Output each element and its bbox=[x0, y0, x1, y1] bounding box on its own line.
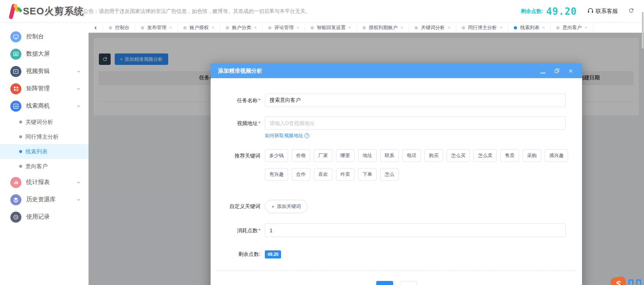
tab-console[interactable]: 控制台 bbox=[103, 23, 135, 32]
tab-dot-icon bbox=[141, 26, 144, 29]
keyword-button[interactable]: 联系 bbox=[380, 149, 399, 162]
dialog-title: 添加精准视频分析 bbox=[218, 67, 262, 74]
keyword-button[interactable]: 下单 bbox=[358, 168, 377, 181]
tab-account-authorization[interactable]: 账户授权 × bbox=[178, 23, 220, 32]
question-mark-icon: ? bbox=[304, 133, 309, 138]
consume-points-input[interactable] bbox=[265, 223, 566, 237]
chevron-down-icon bbox=[76, 180, 81, 185]
keyword-button[interactable]: 多少钱 bbox=[265, 149, 288, 162]
sidebar-item-label: 数据大屏 bbox=[26, 50, 81, 58]
video-url-input[interactable] bbox=[265, 117, 566, 130]
tab-keyword-analysis[interactable]: 关键词分析 × bbox=[409, 23, 456, 32]
leads-icon bbox=[10, 101, 21, 112]
sidebar-subitem-label: 关键词分析 bbox=[25, 119, 53, 126]
keyword-button[interactable]: 哪里 bbox=[336, 149, 354, 162]
history-library-icon bbox=[10, 194, 21, 205]
tab-intent-customers[interactable]: 意向客户 × bbox=[551, 23, 593, 32]
keyword-button[interactable]: 怎么 bbox=[380, 168, 399, 181]
keyword-button[interactable]: 价格 bbox=[292, 149, 310, 162]
sidebar-item-data-screen[interactable]: 数据大屏 bbox=[0, 45, 89, 63]
remaining-points-badge: 49.20 bbox=[265, 250, 281, 258]
keyword-button[interactable]: 有兴趣 bbox=[265, 168, 288, 181]
sidebar-subitem-keyword-analysis[interactable]: 关键词分析 bbox=[0, 115, 89, 129]
tab-smart-reply-settings[interactable]: 智能回复设置 × bbox=[305, 23, 357, 32]
tab-close-icon[interactable]: × bbox=[254, 25, 257, 30]
maximize-button[interactable] bbox=[554, 68, 560, 73]
dialog-footer-divider bbox=[217, 271, 576, 271]
tab-close-icon[interactable]: × bbox=[448, 25, 450, 30]
tab-close-icon[interactable]: × bbox=[169, 25, 172, 30]
open-tabs-bar: 控制台 发布管理 × 账户授权 × 账户分类 × 评论管理 × 智能回复设置 × bbox=[89, 23, 644, 33]
cancel-button[interactable] bbox=[400, 281, 417, 285]
refresh-icon bbox=[628, 7, 634, 15]
dialog-footer bbox=[211, 281, 582, 285]
tab-dot-icon bbox=[514, 26, 517, 29]
video-edit-icon bbox=[10, 66, 21, 77]
vertical-scrollbar[interactable] bbox=[642, 12, 644, 49]
tab-label: 同行博主分析 bbox=[468, 24, 497, 31]
app-title: SEO火剪系统 bbox=[23, 5, 84, 18]
keyword-button[interactable]: 厂家 bbox=[314, 149, 332, 162]
dialog-header[interactable]: 添加精准视频分析 bbox=[211, 63, 582, 78]
chevron-down-icon bbox=[76, 69, 81, 74]
keyword-button[interactable]: 合作 bbox=[292, 168, 310, 181]
customer-service-widget[interactable] bbox=[612, 277, 641, 285]
add-keyword-button[interactable]: + 添加关键词 bbox=[265, 200, 308, 213]
close-dialog-button[interactable] bbox=[568, 68, 573, 73]
tab-expired-accounts[interactable]: 授权到期账户 × bbox=[357, 23, 409, 32]
tab-dot-icon bbox=[226, 26, 229, 29]
keyword-button[interactable]: 怎么买 bbox=[447, 149, 470, 162]
how-to-get-video-url-link[interactable]: 如何获取视频地址 ? bbox=[265, 132, 309, 139]
minimize-button[interactable] bbox=[540, 68, 546, 73]
page-refresh-button[interactable] bbox=[628, 7, 634, 15]
tab-close-icon[interactable]: × bbox=[297, 25, 299, 30]
keyword-button[interactable]: 怎么卖 bbox=[474, 149, 497, 162]
tab-label: 智能回复设置 bbox=[317, 24, 346, 31]
confirm-button[interactable] bbox=[376, 281, 393, 285]
sidebar-item-matrix[interactable]: 矩阵管理 bbox=[0, 80, 89, 97]
keyword-button[interactable]: 地址 bbox=[358, 149, 377, 162]
keyword-button[interactable]: 咋卖 bbox=[336, 168, 354, 181]
keyword-button[interactable]: 售卖 bbox=[501, 149, 519, 162]
sidebar-subitem-peer-blogger-analysis[interactable]: 同行博主分析 bbox=[0, 129, 89, 144]
sidebar-subitem-leads-list[interactable]: 线索列表 bbox=[0, 144, 89, 159]
sidebar-item-label: 使用记录 bbox=[26, 213, 81, 221]
tab-comment-management[interactable]: 评论管理 × bbox=[263, 23, 305, 32]
tab-close-icon[interactable]: × bbox=[212, 25, 214, 30]
sidebar-subitem-intent-customers[interactable]: 意向客户 bbox=[0, 159, 89, 174]
chevron-down-icon bbox=[76, 197, 81, 202]
keyword-button[interactable]: 电话 bbox=[402, 149, 421, 162]
tab-close-icon[interactable]: × bbox=[500, 25, 502, 30]
plus-icon: + bbox=[271, 204, 274, 209]
keyword-button[interactable]: 购买 bbox=[425, 149, 443, 162]
task-name-input[interactable] bbox=[265, 94, 566, 107]
contact-support-button[interactable]: 联系客服 bbox=[587, 7, 618, 15]
sidebar-item-history-library[interactable]: 历史资源库 bbox=[0, 191, 89, 208]
tab-publish-management[interactable]: 发布管理 × bbox=[135, 23, 178, 32]
tab-close-icon[interactable]: × bbox=[542, 25, 545, 30]
service-logo-icon bbox=[610, 276, 627, 285]
tab-dot-icon bbox=[556, 26, 560, 29]
recommend-keywords-row: 推荐关键词 多少钱 价格 厂家 哪里 地址 联系 电话 购买 怎么买 怎 bbox=[211, 149, 566, 181]
sidebar-item-usage-records[interactable]: 使用记录 bbox=[0, 208, 89, 226]
tab-dot-icon bbox=[183, 26, 187, 29]
tabs-scroll-left-button[interactable] bbox=[89, 23, 103, 32]
header-actions: 剩余点数: 49.20 联系客服 bbox=[521, 7, 644, 16]
tab-peer-blogger-analysis[interactable]: 同行博主分析 × bbox=[456, 23, 508, 32]
sidebar-item-reports[interactable]: 统计报表 bbox=[0, 174, 89, 191]
main-content: + 添加精准视频分析 任务名称 创建日期 添加精准视频分析 bbox=[89, 33, 644, 285]
sidebar-item-video-edit[interactable]: 视频剪辑 bbox=[0, 63, 89, 80]
tab-close-icon[interactable]: × bbox=[401, 25, 403, 30]
chevron-up-icon bbox=[76, 104, 81, 109]
keyword-button[interactable]: 采购 bbox=[523, 149, 541, 162]
tab-close-icon[interactable]: × bbox=[349, 25, 351, 30]
tab-close-icon[interactable]: × bbox=[585, 25, 587, 30]
keyword-button[interactable]: 感兴趣 bbox=[545, 149, 568, 162]
tab-leads-list[interactable]: 线索列表 × bbox=[508, 23, 551, 32]
sidebar-subitem-label: 同行博主分析 bbox=[25, 133, 59, 140]
sidebar-item-leads[interactable]: 线索商机 bbox=[0, 97, 89, 115]
keyword-button[interactable]: 喜欢 bbox=[314, 168, 332, 181]
tab-dot-icon bbox=[311, 26, 314, 29]
tab-account-category[interactable]: 账户分类 × bbox=[220, 23, 263, 32]
sidebar-item-console[interactable]: 控制台 bbox=[0, 28, 89, 45]
